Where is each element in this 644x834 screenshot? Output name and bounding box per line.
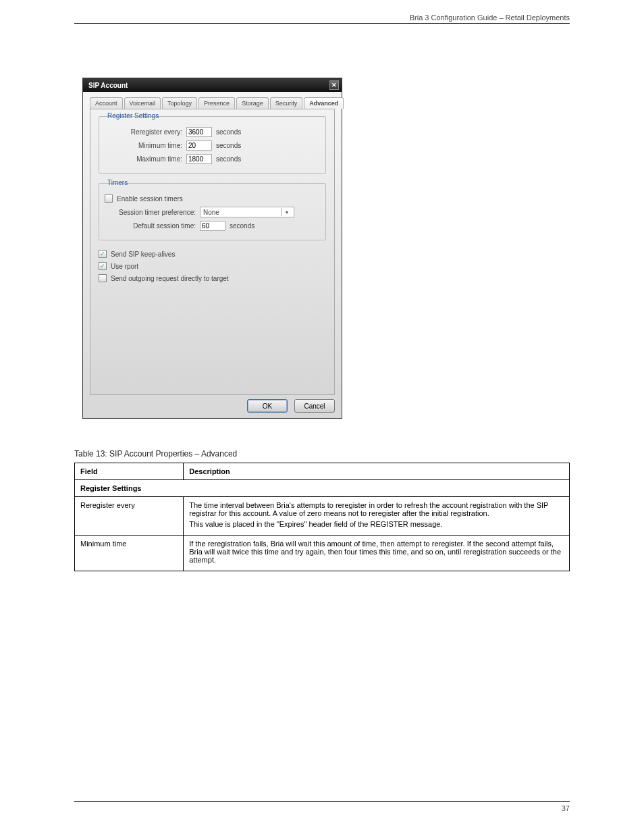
unit-reregister-every: seconds <box>216 128 241 136</box>
cell-desc-mintime: If the reregistration fails, Bria will w… <box>184 536 570 571</box>
page-footer: 37 <box>74 801 570 812</box>
label-reregister-every: Reregister every: <box>105 128 182 136</box>
dialog-title: SIP Account <box>88 82 128 89</box>
tab-voicemail[interactable]: Voicemail <box>124 97 161 109</box>
row-enable-session-timers: ✓ Enable session timers <box>105 194 320 203</box>
row-send-direct: ✓ Send outgoing request directly to targ… <box>99 274 326 282</box>
table-section-row: Register Settings <box>75 480 570 497</box>
unit-maximum-time: seconds <box>216 155 241 163</box>
th-field: Field <box>75 463 184 480</box>
tab-content: Register Settings Reregister every: seco… <box>90 109 335 395</box>
input-default-session-time[interactable] <box>200 221 225 231</box>
label-enable-session-timers: Enable session timers <box>117 195 183 203</box>
tab-storage[interactable]: Storage <box>236 97 269 109</box>
row-maximum-time: Maximum time: seconds <box>105 154 320 164</box>
cell-field-mintime: Minimum time <box>75 536 184 571</box>
combo-session-timer-pref[interactable]: None ▾ <box>200 207 294 217</box>
page-header: Bria 3 Configuration Guide – Retail Depl… <box>74 14 570 24</box>
close-icon[interactable]: ✕ <box>329 80 339 90</box>
row-session-timer-pref: Session timer preference: None ▾ <box>105 207 320 217</box>
input-maximum-time[interactable] <box>186 154 212 164</box>
unit-default-session-time: seconds <box>230 222 254 230</box>
label-default-session-time: Default session time: <box>105 222 196 230</box>
tab-presence[interactable]: Presence <box>198 97 235 109</box>
cell-field-reregister: Reregister every <box>75 497 184 536</box>
label-maximum-time: Maximum time: <box>105 155 182 163</box>
row-minimum-time: Minimum time: seconds <box>105 140 320 151</box>
register-settings-legend: Register Settings <box>105 112 161 120</box>
page-header-text: Bria 3 Configuration Guide – Retail Depl… <box>410 14 570 22</box>
label-use-rport: Use rport <box>111 263 138 270</box>
fields-table: Field Description Register Settings Rere… <box>74 463 570 571</box>
row-send-keepalives: ✓ Send SIP keep-alives <box>99 250 326 258</box>
tab-account[interactable]: Account <box>90 97 123 109</box>
tab-bar: Account Voicemail Topology Presence Stor… <box>83 92 342 109</box>
row-reregister-every: Reregister every: seconds <box>105 127 320 137</box>
check-send-keepalives[interactable]: ✓ <box>99 250 107 258</box>
tab-advanced[interactable]: Advanced <box>304 97 344 109</box>
chevron-down-icon: ▾ <box>281 208 291 216</box>
dialog-titlebar: SIP Account ✕ <box>83 78 342 92</box>
check-use-rport[interactable]: ✓ <box>99 262 107 270</box>
tab-topology[interactable]: Topology <box>162 97 197 109</box>
sip-account-dialog: SIP Account ✕ Account Voicemail Topology… <box>82 78 342 419</box>
input-reregister-every[interactable] <box>186 127 212 137</box>
check-enable-session-timers[interactable]: ✓ <box>105 194 113 203</box>
th-description: Description <box>184 463 570 480</box>
table-header-row: Field Description <box>75 463 570 480</box>
check-send-direct[interactable]: ✓ <box>99 274 107 282</box>
dialog-button-bar: OK Cancel <box>83 395 342 418</box>
register-settings-group: Register Settings Reregister every: seco… <box>99 116 326 174</box>
cell-desc-reregister: The time interval between Bria's attempt… <box>184 497 570 536</box>
label-send-direct: Send outgoing request directly to target <box>111 275 229 282</box>
table-row: Reregister every The time interval betwe… <box>75 497 570 536</box>
fields-table-title: Table 13: SIP Account Properties – Advan… <box>74 449 570 459</box>
input-minimum-time[interactable] <box>186 140 212 151</box>
tab-security[interactable]: Security <box>270 97 303 109</box>
label-send-keepalives: Send SIP keep-alives <box>111 251 175 258</box>
unit-minimum-time: seconds <box>216 142 241 149</box>
timers-group: Timers ✓ Enable session timers Session t… <box>99 183 326 240</box>
table-row: Minimum time If the reregistration fails… <box>75 536 570 571</box>
timers-legend: Timers <box>105 179 130 186</box>
page-number: 37 <box>562 804 570 812</box>
table-section-cell: Register Settings <box>75 480 570 497</box>
cancel-button[interactable]: Cancel <box>294 399 335 413</box>
label-session-timer-pref: Session timer preference: <box>105 209 196 216</box>
fields-table-section: Table 13: SIP Account Properties – Advan… <box>74 449 570 571</box>
label-minimum-time: Minimum time: <box>105 142 182 149</box>
ok-button[interactable]: OK <box>247 399 288 413</box>
combo-session-timer-pref-value: None <box>203 209 219 216</box>
row-default-session-time: Default session time: seconds <box>105 221 320 231</box>
row-use-rport: ✓ Use rport <box>99 262 326 270</box>
